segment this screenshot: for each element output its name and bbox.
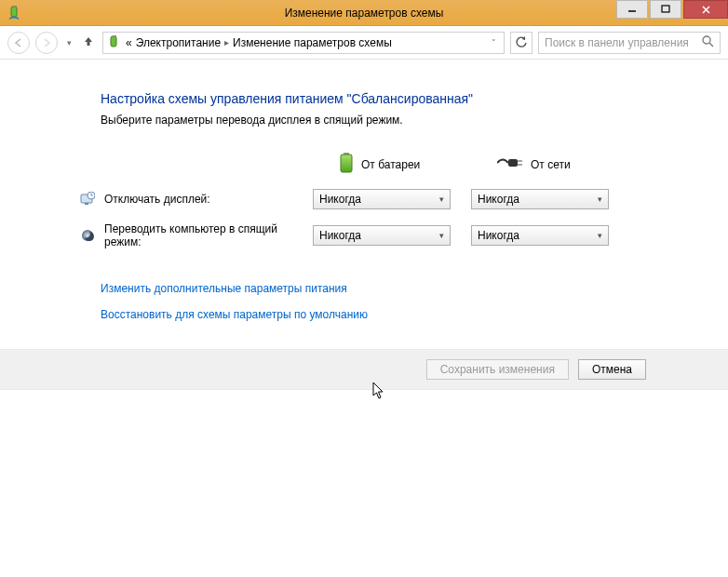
page-subtitle: Выберите параметры перевода дисплея в сп… <box>101 114 728 127</box>
svg-rect-0 <box>11 7 17 17</box>
sleep-battery-select[interactable]: Никогда ▾ <box>313 225 451 246</box>
row-sleep-label: Переводить компьютер в спящий режим: <box>104 222 281 248</box>
search-icon[interactable] <box>702 35 714 50</box>
breadcrumb-prefix: « <box>126 36 132 49</box>
svg-rect-8 <box>113 35 115 37</box>
action-bar: Сохранить изменения Отмена <box>0 349 728 390</box>
chevron-down-icon: ▾ <box>598 195 602 204</box>
row-sleep: Переводить компьютер в спящий режим: <box>101 222 313 248</box>
row-display-off: Отключать дисплей: <box>101 192 313 207</box>
sleep-icon <box>80 228 95 243</box>
svg-rect-14 <box>508 159 518 167</box>
save-button[interactable]: Сохранить изменения <box>426 359 569 380</box>
titlebar: Изменение параметров схемы <box>0 0 728 26</box>
display-off-battery-select[interactable]: Никогда ▾ <box>313 189 451 209</box>
display-off-plugged-value: Никогда <box>478 193 519 206</box>
nav-toolbar: ▾ « Электропитание ▸ Изменение параметро… <box>0 26 728 60</box>
minimize-button[interactable] <box>616 0 648 19</box>
restore-defaults-link[interactable]: Восстановить для схемы параметры по умол… <box>101 308 728 321</box>
svg-rect-4 <box>662 6 669 12</box>
display-icon <box>80 192 95 207</box>
row-display-off-label: Отключать дисплей: <box>104 193 210 206</box>
column-battery-label: От батареи <box>361 158 420 171</box>
sleep-battery-value: Никогда <box>319 229 361 242</box>
svg-point-10 <box>703 36 710 44</box>
svg-rect-7 <box>111 36 116 47</box>
advanced-settings-link[interactable]: Изменить дополнительные параметры питани… <box>101 282 728 295</box>
back-button[interactable] <box>7 32 30 54</box>
breadcrumb-dropdown[interactable]: ˅ <box>488 38 500 47</box>
svg-rect-9 <box>115 35 117 37</box>
breadcrumb-level2[interactable]: Изменение параметров схемы <box>233 36 392 49</box>
history-dropdown[interactable]: ▾ <box>63 38 74 47</box>
sleep-plugged-select[interactable]: Никогда ▾ <box>471 225 609 246</box>
chevron-down-icon: ▾ <box>598 231 602 240</box>
breadcrumb-level1[interactable]: Электропитание <box>136 36 221 49</box>
plug-icon <box>497 156 523 172</box>
up-button[interactable] <box>80 34 97 50</box>
content-pane: Настройка схемы управления питанием "Сба… <box>0 60 728 390</box>
settings-grid: От батареи От сети <box>101 153 728 248</box>
svg-rect-1 <box>13 6 15 7</box>
column-header-plugged: От сети <box>471 156 629 172</box>
cancel-button[interactable]: Отмена <box>578 359 646 380</box>
battery-icon <box>339 153 354 176</box>
svg-rect-18 <box>85 203 88 205</box>
breadcrumb[interactable]: « Электропитание ▸ Изменение параметров … <box>102 32 505 54</box>
window-controls <box>616 0 728 25</box>
refresh-button[interactable] <box>510 32 533 54</box>
chevron-down-icon: ▾ <box>439 231 444 240</box>
chevron-down-icon: ▾ <box>439 195 444 204</box>
search-box[interactable] <box>538 32 721 54</box>
sleep-plugged-value: Никогда <box>478 229 519 242</box>
search-input[interactable] <box>545 36 696 49</box>
forward-button[interactable] <box>35 32 58 54</box>
svg-line-11 <box>709 43 713 47</box>
app-icon <box>7 6 22 20</box>
column-plugged-label: От сети <box>531 158 571 171</box>
close-button[interactable] <box>683 0 728 19</box>
svg-rect-13 <box>341 154 352 172</box>
svg-rect-2 <box>16 6 18 7</box>
page-title: Настройка схемы управления питанием "Сба… <box>101 91 728 106</box>
column-header-battery: От батареи <box>313 153 471 176</box>
power-plan-icon <box>107 35 122 50</box>
chevron-right-icon: ▸ <box>224 37 229 47</box>
display-off-plugged-select[interactable]: Никогда ▾ <box>471 189 609 209</box>
links-section: Изменить дополнительные параметры питани… <box>101 282 728 321</box>
maximize-button[interactable] <box>650 0 681 19</box>
display-off-battery-value: Никогда <box>319 193 361 206</box>
